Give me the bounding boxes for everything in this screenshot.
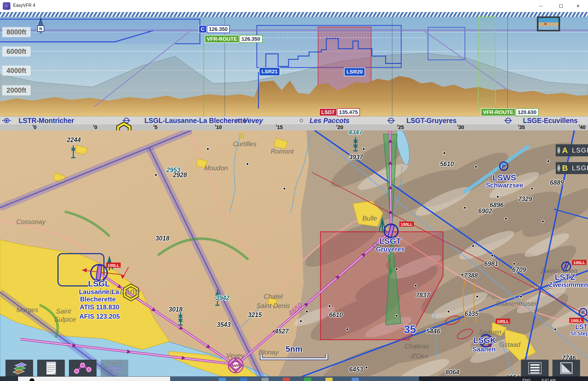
taskbar-app-area[interactable] <box>170 376 419 381</box>
collapse-icon <box>560 362 573 374</box>
elevation-label: 3543 <box>217 321 231 329</box>
lsgl-code-label[interactable]: LSGL <box>88 279 110 288</box>
vfr-route-frequency-label-1[interactable]: VFR-ROUTE 126.350 <box>205 35 263 43</box>
taskbar-app-icon[interactable] <box>325 378 333 381</box>
obstacle-elevation-label: 2953 <box>166 166 180 174</box>
airspace-altitude-number: 35 <box>404 323 416 336</box>
elevation-label: 3215 <box>248 311 262 319</box>
obstacle-elevation-label: 4347 <box>348 130 362 136</box>
route-endpoint-b[interactable]: i B LSGE <box>556 162 588 174</box>
waypoint-les-paccots[interactable]: Les Paccots <box>299 116 350 125</box>
distance-ruler[interactable]: 00510152025303540 <box>0 124 588 130</box>
wp-marker-label[interactable]: WP <box>232 363 239 368</box>
ruler-tick: 5 <box>155 124 158 130</box>
elevation-label: 5446 <box>426 328 440 335</box>
scale-bar-label: 5nm <box>286 344 302 354</box>
minimize-button[interactable] <box>531 0 551 12</box>
maximize-icon <box>559 4 563 8</box>
menu-icon <box>528 362 542 374</box>
close-button[interactable]: ✕ <box>568 0 588 12</box>
town-label: Cossonay <box>16 218 46 226</box>
aircraft-button[interactable] <box>101 360 128 377</box>
info-icon[interactable]: i <box>557 147 560 154</box>
elevation-label: 6709 <box>512 266 526 274</box>
town-label: Gstaad <box>499 341 520 348</box>
lsr20-airspace-label[interactable]: LSR20 <box>344 68 365 76</box>
lsgk-code-label[interactable]: LSGK <box>473 336 496 345</box>
ruler-tick: 15 <box>277 124 283 130</box>
elevation-label: 5610 <box>440 160 454 168</box>
taskbar-app-icon[interactable] <box>352 378 359 381</box>
airspace-class-c-label[interactable]: C 126.350 <box>199 25 230 33</box>
town-label: Blonay <box>258 348 278 356</box>
town-label: Chatel <box>264 293 283 300</box>
elevation-label: 6610 <box>329 311 343 319</box>
waypoint-vevey[interactable]: Vevey <box>235 116 263 125</box>
elevation-label: 3018 <box>168 306 182 313</box>
easyvfr-window: ✈ EasyVFR 4 ✕ <box>0 0 588 381</box>
airfield-icon <box>503 117 513 124</box>
altitude-label: 8000ft <box>2 27 31 37</box>
clock[interactable]: 9:47 AM <box>542 378 555 381</box>
taskbar-app-icon[interactable] <box>304 378 311 381</box>
fuel-100ll-badge: 100LL <box>569 318 584 323</box>
vertical-profile-panel[interactable]: 8000ft6000ft4000ft2000ft N C 126.350 VFR… <box>0 12 588 116</box>
vfr-map[interactable]: P P P P <box>0 130 588 381</box>
plane-glyph-icon: ✈ <box>4 3 10 9</box>
lsws-code-label[interactable]: LSWS <box>493 173 516 182</box>
taskbar-system-tray[interactable]: ENG 9:47 AM <box>419 376 588 381</box>
ruler-tick: 40 <box>580 124 586 130</box>
town-label: d'Oex <box>411 352 428 360</box>
overview-minimap[interactable] <box>537 16 560 31</box>
language-indicator[interactable]: ENG <box>522 378 531 381</box>
lsgl-name-line1: Lausanne La <box>79 288 119 296</box>
elevation-label: 6889 <box>550 179 564 186</box>
flight-log-button[interactable] <box>37 360 65 377</box>
info-icon[interactable]: i <box>557 165 560 171</box>
altitude-label: 4000ft <box>2 66 31 76</box>
town-label: Bulle <box>362 215 377 222</box>
vfr-route-frequency-label-2[interactable]: VFR-ROUTE 120.630 <box>481 108 539 116</box>
lsgl-atis-frequency: ATIS 118.830 <box>80 303 120 311</box>
windows-taskbar[interactable]: ENG 9:47 AM <box>0 376 588 381</box>
lsd7-danger-area-label[interactable]: LSD7 135.475 <box>319 108 360 116</box>
taskbar-app-icon[interactable] <box>240 378 247 381</box>
cortana-icon <box>30 378 34 381</box>
svg-text:P: P <box>502 163 506 169</box>
aircraft-icon <box>105 361 124 375</box>
taskbar-app-icon[interactable] <box>261 378 269 381</box>
waypoint-lsgt[interactable]: LSGT-Gruyeres <box>386 116 456 125</box>
elevation-label: 7837 <box>416 292 430 299</box>
collapse-panel-button[interactable] <box>552 360 580 377</box>
waypoint-lsgl[interactable]: LSGL-Lausanne-La Blecherette <box>121 116 246 125</box>
route-endpoint-a[interactable]: i A LSGL <box>556 144 588 156</box>
elevation-label: 2244 <box>67 136 81 144</box>
waypoint-lsge[interactable]: LSGE-Ecuvillens <box>503 116 578 125</box>
layers-button[interactable] <box>5 360 33 377</box>
fuel-100ll-badge: 100LL <box>572 260 586 265</box>
menu-button[interactable] <box>521 360 549 377</box>
flightlog-icon <box>46 361 57 375</box>
route-edit-button[interactable] <box>69 360 97 377</box>
elevation-label: 6135 <box>464 310 478 318</box>
lsgk-name-label: Saanen <box>472 345 496 353</box>
fuel-100ll-badge: 100LL <box>496 319 510 324</box>
route-waypoint-strip[interactable]: LSTR-Montricher LSGL-Lausanne-La Blecher… <box>0 116 588 124</box>
altitude-label: 2000ft <box>2 85 31 95</box>
lsr21-airspace-label[interactable]: LSR21 <box>259 67 280 76</box>
waypoint-lstr[interactable]: LSTR-Montricher <box>2 116 74 125</box>
lstz-code-label[interactable]: LSTZ <box>555 272 575 282</box>
lsgt-name-label: Gruyeres <box>376 245 404 253</box>
obstacle-elevation-label: 3942 <box>216 294 229 302</box>
elevation-label: 6981 <box>484 260 498 268</box>
town-label: Romont <box>271 148 294 155</box>
lst-code-label[interactable]: LST <box>575 323 587 331</box>
elevation-label: 8064 <box>445 369 459 376</box>
altitude-label: 6000ft <box>2 46 31 57</box>
taskbar-search-box[interactable] <box>18 377 170 381</box>
taskbar-app-icon[interactable] <box>283 378 290 381</box>
taskbar-app-icon[interactable] <box>219 378 226 381</box>
town-label: Saanen <box>479 328 502 336</box>
elevation-label: 4527 <box>275 328 289 335</box>
lsgt-code-label[interactable]: LSGT <box>379 236 401 246</box>
